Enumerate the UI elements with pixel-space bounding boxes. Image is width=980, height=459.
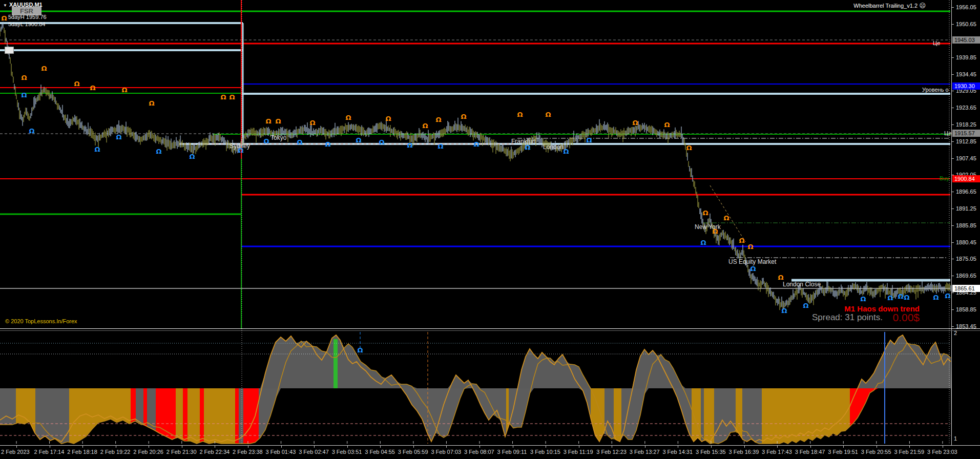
time-tick-mark xyxy=(678,446,678,448)
time-tick-label: 2 Feb 17:14 xyxy=(34,449,65,455)
price-tick-label: 1896.65 xyxy=(956,189,976,195)
buy-signal-marker-icon: Ω xyxy=(345,114,351,121)
sell-signal-marker-icon: Ω xyxy=(379,138,384,146)
price-tick-mark xyxy=(952,276,954,276)
time-tick-label: 3 Feb 04:55 xyxy=(365,449,395,455)
time-tick-label: 3 Feb 09:11 xyxy=(497,449,527,455)
price-tick-mark xyxy=(952,108,954,108)
buy-signal-marker-icon: Ω xyxy=(149,99,154,107)
panel-separator-shadow xyxy=(0,330,980,331)
time-tick-label: 2 Feb 20:26 xyxy=(133,449,163,455)
buy-signal-marker-icon: Ω xyxy=(121,86,127,94)
price-tick-mark xyxy=(952,57,954,58)
buy-signal-marker-icon: Ω xyxy=(747,243,753,251)
buy-signal-marker-icon: Ω xyxy=(686,144,692,152)
price-tick-mark xyxy=(952,326,954,327)
time-tick-label: 3 Feb 05:59 xyxy=(398,449,428,455)
time-tick-label: 2 Feb 2023 xyxy=(1,449,30,455)
buy-signal-marker-icon: Ω xyxy=(435,116,441,123)
buy-signal-marker-icon: Ω xyxy=(41,65,47,72)
price-tick-mark xyxy=(952,91,954,91)
trading-terminal-window: ΩΩΩΩΩΩΩΩΩΩΩΩΩΩΩΩΩΩΩΩΩΩΩΩΩΩΩΩΩΩΩΩΩΩΩΩΩΩΩΩ… xyxy=(0,0,980,459)
time-axis[interactable]: 2 Feb 20232 Feb 17:142 Feb 18:182 Feb 19… xyxy=(0,445,980,459)
time-tick-label: 3 Feb 16:39 xyxy=(729,449,759,455)
buy-signal-marker-icon: Ω xyxy=(712,227,718,235)
sell-signal-marker-icon: Ω xyxy=(29,127,34,135)
time-tick-mark xyxy=(843,446,844,448)
time-tick-mark xyxy=(248,446,248,448)
time-tick-label: 3 Feb 10:15 xyxy=(530,449,560,455)
time-tick-label: 3 Feb 17:43 xyxy=(762,449,792,455)
sell-signal-marker-icon: Ω xyxy=(297,138,302,146)
price-tick-label: 1880.45 xyxy=(956,239,976,245)
price-axis[interactable]: 1956.051950.651939.851934.451929.051923.… xyxy=(951,0,980,445)
time-tick-mark xyxy=(513,446,513,448)
price-tick-mark xyxy=(952,293,954,293)
buy-signal-marker-icon: Ω xyxy=(517,111,523,118)
sell-signal-marker-icon: Ω xyxy=(898,293,903,300)
oscillator-green-bar xyxy=(333,339,338,388)
time-tick-mark xyxy=(479,446,480,448)
sell-signal-marker-icon: Ω xyxy=(238,147,243,154)
time-tick-label: 3 Feb 11:19 xyxy=(564,449,593,455)
buy-signal-marker-icon: Ω xyxy=(90,84,95,92)
time-tick-label: 2 Feb 18:18 xyxy=(67,449,97,455)
price-tick-mark xyxy=(952,7,954,8)
sell-signal-marker-icon: Ω xyxy=(21,91,27,99)
fsr-button[interactable]: FSR xyxy=(12,7,41,15)
price-tick-label: 1939.85 xyxy=(956,54,976,60)
time-tick-mark xyxy=(149,446,149,448)
price-tick-mark xyxy=(952,192,954,192)
price-tick-label: 1918.25 xyxy=(956,121,976,128)
sell-signal-marker-icon: Ω xyxy=(803,302,808,309)
time-tick-label: 3 Feb 21:59 xyxy=(894,449,924,455)
panel-separator-line[interactable] xyxy=(0,328,980,329)
time-tick-mark xyxy=(215,446,215,448)
time-tick-label: 3 Feb 15:35 xyxy=(696,449,726,455)
sell-signal-marker-icon: Ω xyxy=(945,292,950,300)
sell-signal-marker-icon: Ω xyxy=(189,153,195,160)
time-tick-label: 3 Feb 02:47 xyxy=(299,449,329,455)
time-tick-mark xyxy=(546,446,546,448)
sell-signal-marker-icon: Ω xyxy=(116,133,121,141)
time-tick-mark xyxy=(281,446,282,448)
price-tick-mark xyxy=(952,24,954,25)
sell-signal-marker-icon: Ω xyxy=(437,142,443,150)
time-tick-label: 3 Feb 07:03 xyxy=(431,449,461,455)
price-tick-label: 1912.85 xyxy=(956,138,976,144)
time-tick-label: 2 Feb 21:30 xyxy=(166,449,197,455)
oscillator-scale-label: 1 xyxy=(954,435,957,442)
time-tick-mark xyxy=(612,446,612,448)
sell-signal-marker-icon: Ω xyxy=(156,148,161,155)
time-tick-label: 3 Feb 08:07 xyxy=(464,449,494,455)
price-tick-label: 1934.45 xyxy=(956,71,976,77)
time-tick-label: 3 Feb 19:51 xyxy=(828,449,858,455)
main-chart-area[interactable]: ΩΩΩΩΩΩΩΩΩΩΩΩΩΩΩΩΩΩΩΩΩΩΩΩΩΩΩΩΩΩΩΩΩΩΩΩΩΩΩΩ… xyxy=(0,0,951,445)
sell-signal-marker-icon: Ω xyxy=(525,143,530,151)
sell-signal-marker-icon: Ω xyxy=(700,239,706,246)
buy-signal-marker-icon: Ω xyxy=(778,274,783,281)
time-tick-mark xyxy=(777,446,778,448)
price-level-badge: 1930.30 xyxy=(952,82,980,90)
time-tick-label: 3 Feb 03:51 xyxy=(332,449,362,455)
time-tick-mark xyxy=(810,446,811,448)
sell-signal-marker-icon: Ω xyxy=(325,140,330,148)
price-tick-mark xyxy=(952,158,954,159)
chart-object-anchor[interactable] xyxy=(5,47,14,54)
price-level-badge: 1900.84 xyxy=(952,175,980,182)
time-tick-label: 3 Feb 13:27 xyxy=(630,449,660,455)
price-tick-mark xyxy=(952,208,954,209)
sell-signal-marker-icon: Ω xyxy=(904,294,909,301)
price-tick-mark xyxy=(952,74,954,75)
sell-signal-marker-icon: Ω xyxy=(887,294,893,302)
price-tick-label: 1923.65 xyxy=(956,105,976,111)
buy-signal-marker-icon: Ω xyxy=(739,237,744,244)
time-tick-mark xyxy=(943,446,943,448)
buy-signal-marker-icon: Ω xyxy=(229,93,235,101)
buy-signal-marker-icon: Ω xyxy=(1,14,7,22)
time-tick-label: 3 Feb 12:23 xyxy=(596,449,627,455)
price-tick-mark xyxy=(952,309,954,310)
price-tick-mark xyxy=(952,124,954,125)
sell-signal-marker-icon: Ω xyxy=(356,136,361,144)
buy-signal-marker-icon: Ω xyxy=(309,119,315,127)
